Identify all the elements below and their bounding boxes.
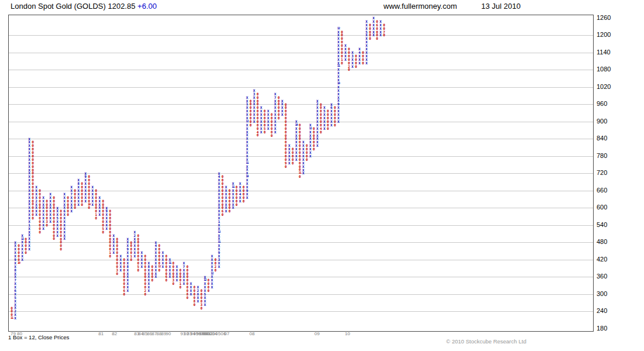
x-axis-label-05: 05 <box>215 331 221 336</box>
o-box: 0 <box>368 37 372 40</box>
month-marker: 10 <box>17 261 20 265</box>
x-axis-label-90: 90 <box>166 331 171 336</box>
site-url: www.fullermoney.com <box>383 2 457 11</box>
o-box: 0 <box>87 206 91 209</box>
x-box: X <box>273 130 277 134</box>
gridline-900 <box>9 122 593 122</box>
o-box: 0 <box>45 223 49 227</box>
x-axis-label-82: 82 <box>112 331 117 336</box>
x-box: X <box>63 237 66 240</box>
gridline-300 <box>9 294 593 295</box>
chart-date: 13 Jul 2010 <box>481 2 520 11</box>
x-box: X <box>309 154 312 158</box>
o-box: 0 <box>52 237 56 240</box>
o-box: 0 <box>108 254 112 258</box>
gridline-1140 <box>9 53 593 53</box>
y-axis-label-180: 180 <box>597 325 607 332</box>
o-box: 0 <box>80 203 84 207</box>
o-box: 0 <box>340 61 344 65</box>
o-box: 0 <box>214 269 217 272</box>
y-axis-label-840: 840 <box>597 135 607 142</box>
o-box: 0 <box>312 147 316 151</box>
y-axis-label-360: 360 <box>597 273 607 280</box>
x-box: X <box>302 171 305 175</box>
x-box: X <box>316 144 319 147</box>
box-size-note: 1 Box = 12, Close Prices <box>8 334 69 340</box>
x-box: X <box>365 61 368 65</box>
o-box: 0 <box>277 116 280 120</box>
y-axis-label-960: 960 <box>597 100 607 107</box>
x-box: X <box>154 275 157 278</box>
o-box: 0 <box>143 292 147 296</box>
o-box: 0 <box>284 165 287 168</box>
x-box: X <box>28 247 31 251</box>
pf-column-o: 0070 <box>382 23 386 37</box>
x-box: X <box>203 303 207 307</box>
o-box: 0 <box>136 269 140 272</box>
o-box: 0 <box>115 272 119 276</box>
x-box: X <box>126 289 129 292</box>
o-box: 0 <box>249 123 252 127</box>
y-axis-label-1080: 1080 <box>597 66 611 73</box>
x-axis-label-07: 07 <box>224 331 229 336</box>
y-axis-label-480: 480 <box>597 238 607 245</box>
y-axis-label-1140: 1140 <box>597 49 611 56</box>
gridline-240 <box>9 311 593 312</box>
o-box: 0 <box>382 33 386 37</box>
o-box: 0 <box>347 68 351 71</box>
y-axis-label-300: 300 <box>597 290 607 297</box>
x-box: X <box>245 196 249 199</box>
y-axis-label-660: 660 <box>597 187 607 194</box>
o-box: 0 <box>31 216 35 220</box>
o-box: 0 <box>129 258 133 261</box>
x-box: X <box>147 289 150 292</box>
gridline-960 <box>9 104 593 105</box>
o-box: 0 <box>375 37 379 40</box>
o-box: 0 <box>354 65 358 68</box>
o-box: 0 <box>235 203 238 207</box>
y-axis-label-600: 600 <box>597 204 607 211</box>
y-axis-label-1200: 1200 <box>597 31 611 38</box>
y-axis-label-900: 900 <box>597 118 607 125</box>
o-box: 0 <box>66 213 70 216</box>
x-axis-label-09: 09 <box>314 331 320 336</box>
y-axis-label-540: 540 <box>597 221 607 228</box>
o-box: 0 <box>186 296 189 300</box>
o-box: 0 <box>263 130 266 134</box>
o-box: 0 <box>270 134 273 137</box>
x-axis-label-10: 10 <box>345 331 350 336</box>
y-axis-label-240: 240 <box>597 307 607 314</box>
o-box: 0 <box>228 209 231 213</box>
o-box: 0 <box>256 133 259 137</box>
o-box: 0 <box>165 278 168 282</box>
o-box: 0 <box>291 161 294 165</box>
gridline-1080 <box>9 70 593 70</box>
o-box: 0 <box>122 292 126 296</box>
o-box: 0 <box>101 230 105 234</box>
gridline-1200 <box>9 35 593 36</box>
gridline-1020 <box>9 87 593 88</box>
o-box: 0 <box>157 269 161 272</box>
gridline-480 <box>9 242 593 243</box>
y-axis-label-1020: 1020 <box>597 83 611 90</box>
o-box: 0 <box>333 123 337 127</box>
x-axis-label-08: 08 <box>249 331 255 336</box>
x-box: X <box>70 209 73 213</box>
o-box: 0 <box>305 158 309 161</box>
o-box: 0 <box>200 307 203 310</box>
y-axis-label-720: 720 <box>597 169 607 176</box>
x-box: X <box>231 206 235 209</box>
gridline-360 <box>9 277 593 277</box>
instrument-title: London Spot Gold (GOLDS) 1202.85 <box>11 2 135 11</box>
y-axis-label-780: 780 <box>597 152 607 159</box>
chart-page: London Spot Gold (GOLDS) 1202.85 +6.00 w… <box>0 0 644 351</box>
x-box: X <box>20 258 24 261</box>
x-box: X <box>217 265 221 269</box>
x-box: X <box>13 316 17 320</box>
x-axis-label-81: 81 <box>98 331 104 336</box>
o-box: 0 <box>298 175 302 178</box>
o-box: 0 <box>38 230 42 234</box>
o-box: 0 <box>242 199 245 203</box>
o-box: 0 <box>172 282 175 285</box>
x-box: X <box>42 227 45 230</box>
